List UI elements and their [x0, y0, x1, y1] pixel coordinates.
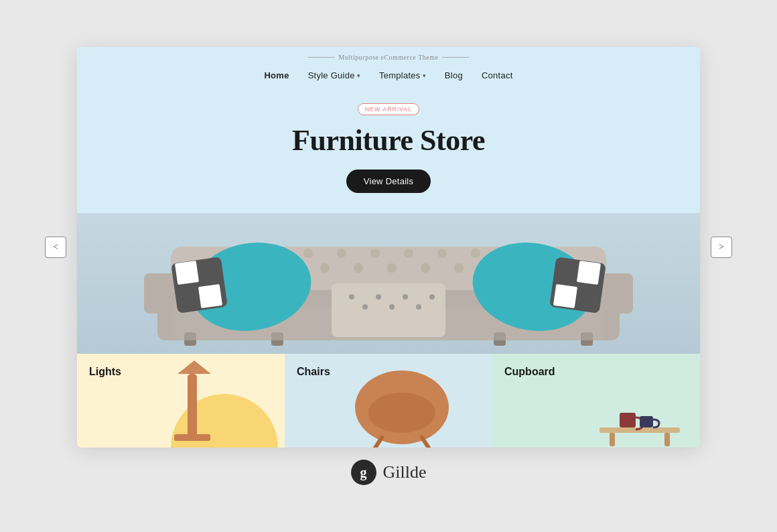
view-details-button[interactable]: View Details	[346, 170, 431, 193]
svg-point-7	[354, 263, 363, 273]
svg-point-44	[429, 294, 435, 300]
svg-rect-35	[175, 284, 199, 308]
svg-rect-62	[640, 416, 653, 427]
svg-rect-34	[198, 261, 222, 285]
lights-label: Lights	[89, 366, 121, 378]
svg-point-55	[368, 393, 435, 433]
gillde-icon: g	[351, 460, 376, 485]
svg-rect-53	[174, 434, 210, 441]
svg-line-56	[372, 438, 382, 448]
new-arrival-badge: NEW ARRIVAL	[358, 103, 420, 115]
svg-rect-61	[620, 413, 636, 427]
top-bar: Multipurpose eCommerce Theme	[77, 54, 700, 65]
svg-point-38	[349, 294, 354, 300]
svg-point-10	[454, 263, 464, 273]
svg-point-19	[404, 249, 413, 258]
top-bar-text: Multipurpose eCommerce Theme	[339, 54, 439, 61]
svg-point-43	[416, 304, 421, 310]
prev-arrow[interactable]: <	[45, 237, 66, 258]
cupboard-label: Cupboard	[504, 366, 555, 378]
next-arrow[interactable]: >	[711, 237, 732, 258]
nav-item-contact[interactable]: Contact	[482, 70, 513, 80]
svg-point-20	[437, 249, 447, 258]
site-header: Multipurpose eCommerce Theme Home Style …	[77, 47, 700, 90]
svg-point-17	[337, 249, 346, 258]
category-row: Lights Chairs	[77, 354, 700, 448]
svg-point-39	[362, 304, 368, 310]
chevron-down-icon-2: ▾	[423, 72, 426, 79]
category-card-chairs[interactable]: Chairs	[285, 354, 492, 448]
footer-brand: g Gillde	[351, 448, 427, 492]
svg-point-18	[370, 249, 380, 258]
sofa-svg	[77, 213, 700, 354]
top-bar-line-left	[308, 57, 335, 58]
top-bar-line-right	[442, 57, 469, 58]
category-card-cupboard[interactable]: Cupboard	[492, 354, 700, 448]
svg-point-16	[303, 249, 313, 258]
brand-name: Gillde	[383, 462, 427, 482]
hero-title: Furniture Store	[292, 123, 485, 157]
category-card-lights[interactable]: Lights	[77, 354, 285, 448]
outer-wrapper: < > Multipurpose eCommerce Theme Home St…	[0, 27, 777, 505]
nav-item-templates[interactable]: Templates ▾	[379, 70, 426, 80]
svg-rect-60	[664, 433, 670, 446]
svg-rect-48	[577, 261, 601, 285]
svg-point-8	[387, 263, 397, 273]
nav-item-home[interactable]: Home	[264, 70, 289, 80]
svg-rect-50	[577, 284, 601, 308]
svg-point-9	[421, 263, 430, 273]
svg-rect-37	[332, 283, 445, 337]
svg-rect-49	[553, 284, 577, 308]
svg-point-41	[389, 304, 395, 310]
svg-point-42	[403, 294, 408, 300]
svg-rect-33	[175, 261, 199, 285]
nav-item-blog[interactable]: Blog	[445, 70, 463, 80]
hero-section: NEW ARRIVAL Furniture Store View Details	[77, 90, 700, 354]
main-nav: Home Style Guide ▾ Templates ▾ Blog Cont…	[77, 65, 700, 90]
nav-item-style-guide[interactable]: Style Guide ▾	[308, 70, 360, 80]
chairs-label: Chairs	[297, 366, 330, 378]
svg-rect-52	[188, 374, 197, 441]
hero-content: NEW ARRIVAL Furniture Store View Details	[77, 103, 700, 213]
sofa-image	[77, 213, 700, 354]
svg-point-6	[320, 263, 330, 273]
svg-rect-47	[553, 261, 577, 285]
chevron-down-icon: ▾	[357, 72, 360, 79]
svg-point-40	[376, 294, 381, 300]
svg-rect-59	[610, 433, 615, 446]
svg-line-57	[422, 438, 432, 448]
browser-card: Multipurpose eCommerce Theme Home Style …	[77, 47, 700, 448]
svg-point-21	[471, 249, 480, 258]
svg-rect-36	[198, 284, 222, 308]
